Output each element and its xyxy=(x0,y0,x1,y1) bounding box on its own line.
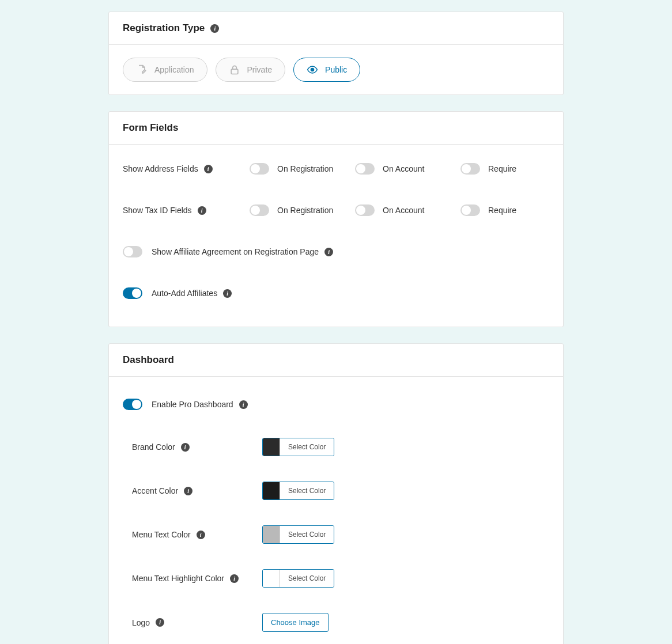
address-on-account-toggle[interactable] xyxy=(355,163,375,175)
toggle-label: Require xyxy=(488,164,549,173)
info-icon[interactable]: i xyxy=(210,24,219,33)
accent-color-label: Accent Color xyxy=(132,486,178,495)
menu-text-color-label: Menu Text Color xyxy=(132,530,191,539)
toggle-label: Require xyxy=(488,206,549,215)
color-swatch xyxy=(263,438,280,456)
toggle-label: On Account xyxy=(383,206,443,215)
form-fields-header: Form Fields xyxy=(109,112,563,145)
menu-text-highlight-color-picker[interactable]: Select Color xyxy=(262,569,334,588)
brand-color-picker[interactable]: Select Color xyxy=(262,438,334,456)
dashboard-title: Dashboard xyxy=(123,354,174,366)
toggle-label: On Registration xyxy=(277,206,338,215)
form-fields-title: Form Fields xyxy=(123,122,178,134)
pencil-document-icon xyxy=(136,64,148,75)
color-swatch xyxy=(263,482,280,499)
registration-type-tabs: Application Private Public xyxy=(123,58,549,82)
dashboard-header: Dashboard xyxy=(109,344,563,377)
lock-icon xyxy=(229,64,240,75)
info-icon[interactable]: i xyxy=(197,531,205,539)
info-icon[interactable]: i xyxy=(324,248,333,256)
taxid-on-registration-toggle[interactable] xyxy=(250,204,269,216)
menu-text-color-row: Menu Text Color i Select Color xyxy=(132,513,549,556)
address-require-toggle[interactable] xyxy=(460,163,480,175)
info-icon[interactable]: i xyxy=(184,487,192,495)
taxid-on-account-toggle[interactable] xyxy=(355,204,375,216)
choose-image-button[interactable]: Choose Image xyxy=(262,613,329,632)
logo-row: Logo i Choose Image xyxy=(132,600,549,644)
menu-text-highlight-color-row: Menu Text Highlight Color i Select Color xyxy=(132,556,549,600)
brand-color-row: Brand Color i Select Color xyxy=(132,425,549,469)
info-icon[interactable]: i xyxy=(239,400,248,409)
registration-type-header: Registration Type i xyxy=(109,12,563,45)
registration-type-title: Registration Type xyxy=(123,22,205,34)
address-fields-row: Show Address Fields i On Registration On… xyxy=(123,157,549,190)
color-swatch xyxy=(263,570,280,587)
select-color-text: Select Color xyxy=(280,482,334,499)
dashboard-card: Dashboard Enable Pro Dashboard i Brand C… xyxy=(108,343,564,644)
auto-add-row: Auto-Add Affiliates i xyxy=(123,272,549,314)
registration-tab-public[interactable]: Public xyxy=(293,58,360,82)
toggle-label: On Account xyxy=(383,164,443,173)
taxid-require-toggle[interactable] xyxy=(460,204,480,216)
enable-pro-dashboard-row: Enable Pro Dashboard i xyxy=(123,393,549,412)
toggle-label: On Registration xyxy=(277,164,338,173)
select-color-text: Select Color xyxy=(280,438,334,456)
svg-rect-0 xyxy=(231,69,238,74)
accent-color-picker[interactable]: Select Color xyxy=(262,482,334,500)
brand-color-label: Brand Color xyxy=(132,442,175,452)
menu-text-highlight-color-label: Menu Text Highlight Color xyxy=(132,574,224,583)
registration-tab-label: Private xyxy=(247,65,273,74)
address-on-registration-toggle[interactable] xyxy=(250,163,269,175)
auto-add-toggle[interactable] xyxy=(123,287,142,299)
auto-add-label: Auto-Add Affiliates xyxy=(152,289,217,298)
select-color-text: Select Color xyxy=(280,570,334,587)
form-fields-card: Form Fields Show Address Fields i On Reg… xyxy=(108,111,564,327)
info-icon[interactable]: i xyxy=(181,443,190,452)
address-fields-label: Show Address Fields xyxy=(123,164,198,173)
svg-point-1 xyxy=(311,69,314,71)
agreement-toggle[interactable] xyxy=(123,246,142,257)
eye-icon xyxy=(307,64,318,75)
registration-tab-application[interactable]: Application xyxy=(123,58,207,82)
info-icon[interactable]: i xyxy=(198,206,206,215)
tax-id-fields-label: Show Tax ID Fields xyxy=(123,206,192,215)
info-icon[interactable]: i xyxy=(204,165,213,173)
info-icon[interactable]: i xyxy=(156,618,164,627)
registration-type-card: Registration Type i Application Pr xyxy=(108,12,564,95)
accent-color-row: Accent Color i Select Color xyxy=(132,469,549,513)
registration-tab-label: Public xyxy=(325,65,347,74)
select-color-text: Select Color xyxy=(280,526,334,543)
enable-pro-dashboard-toggle[interactable] xyxy=(123,399,142,410)
registration-tab-private[interactable]: Private xyxy=(216,58,286,82)
menu-text-color-picker[interactable]: Select Color xyxy=(262,525,334,544)
info-icon[interactable]: i xyxy=(230,574,239,583)
color-swatch xyxy=(263,526,280,543)
enable-pro-dashboard-label: Enable Pro Dashboard xyxy=(152,400,233,409)
tax-id-fields-row: Show Tax ID Fields i On Registration On … xyxy=(123,190,549,231)
logo-label: Logo xyxy=(132,618,150,627)
agreement-label: Show Affiliate Agreement on Registration… xyxy=(152,247,319,256)
info-icon[interactable]: i xyxy=(223,289,232,298)
registration-tab-label: Application xyxy=(154,65,194,74)
agreement-row: Show Affiliate Agreement on Registration… xyxy=(123,231,549,272)
